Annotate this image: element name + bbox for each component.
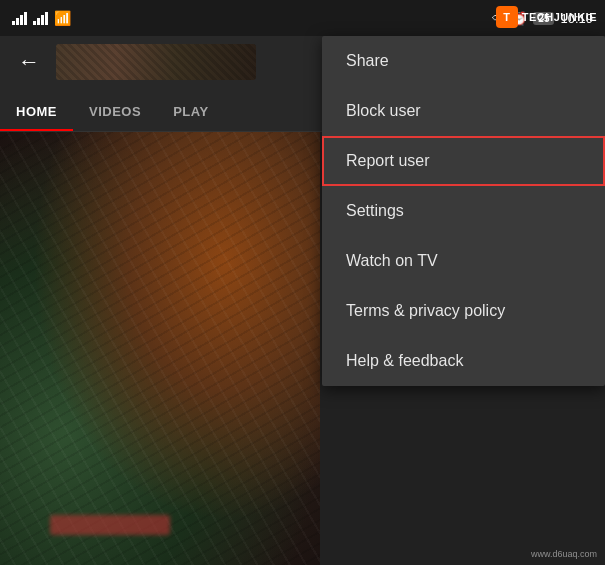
menu-item-block-user[interactable]: Block user <box>322 86 605 136</box>
tab-videos[interactable]: VIDEOS <box>73 104 157 131</box>
watermark-brand: TECHJUNKIE <box>522 11 597 23</box>
menu-item-watch-on-tv[interactable]: Watch on TV <box>322 236 605 286</box>
watermark-icon: T <box>496 6 518 28</box>
wifi-icon: 📶 <box>54 10 71 26</box>
dropdown-menu: Share Block user Report user Settings Wa… <box>322 36 605 386</box>
bottom-watermark: www.d6uaq.com <box>531 549 597 559</box>
signal-bars-2 <box>33 11 48 25</box>
menu-item-help[interactable]: Help & feedback <box>322 336 605 386</box>
menu-item-terms[interactable]: Terms & privacy policy <box>322 286 605 336</box>
video-thumbnail <box>0 132 320 565</box>
menu-item-share[interactable]: Share <box>322 36 605 86</box>
menu-item-settings[interactable]: Settings <box>322 186 605 236</box>
status-left: 📶 <box>12 10 71 26</box>
signal-bars-1 <box>12 11 27 25</box>
app-container: 📶 👁 ⏰ 25 10:19 ← HOME VIDEOS PLAY Share … <box>0 0 605 565</box>
tab-play[interactable]: PLAY <box>157 104 224 131</box>
content-area <box>0 132 320 565</box>
tab-home[interactable]: HOME <box>0 104 73 131</box>
channel-thumbnail <box>56 44 256 80</box>
back-button[interactable]: ← <box>14 45 44 79</box>
menu-item-report-user[interactable]: Report user <box>322 136 605 186</box>
watermark: T TECHJUNKIE <box>496 6 597 28</box>
